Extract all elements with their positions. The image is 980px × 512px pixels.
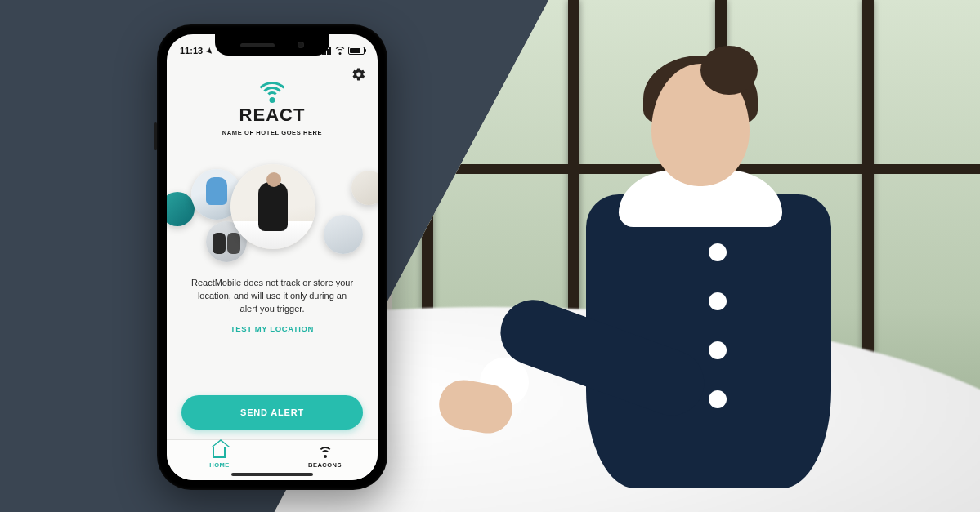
hotel-name-label: NAME OF HOTEL GOES HERE [222, 129, 322, 136]
brand-block: REACT NAME OF HOTEL GOES HERE [167, 82, 378, 136]
image-carousel[interactable] [167, 151, 378, 265]
send-alert-button[interactable]: SEND ALERT [181, 395, 363, 430]
tab-label: HOME [209, 461, 230, 469]
location-services-icon: ➤ [204, 45, 214, 56]
beacons-icon [318, 447, 333, 460]
carousel-thumb[interactable] [351, 171, 378, 205]
location-disclaimer-text: ReactMobile does not track or store your… [188, 277, 356, 316]
app-screen: 11:13 ➤ REACT NAME OF HOTEL GOES HERE [167, 34, 378, 480]
brand-wifi-icon [254, 82, 290, 103]
carousel-thumb[interactable] [167, 192, 195, 226]
phone-notch [215, 34, 329, 56]
tab-home[interactable]: HOME [167, 440, 272, 475]
status-time: 11:13 [180, 46, 203, 56]
tab-beacons[interactable]: BEACONS [272, 440, 378, 475]
battery-icon [348, 47, 365, 55]
home-indicator[interactable] [231, 473, 313, 476]
tab-label: BEACONS [308, 461, 342, 469]
settings-icon[interactable] [351, 67, 366, 82]
carousel-thumb[interactable] [324, 215, 363, 254]
phone-mockup: 11:13 ➤ REACT NAME OF HOTEL GOES HERE [157, 24, 387, 490]
app-header [167, 62, 378, 82]
home-icon [213, 447, 227, 460]
carousel-thumb-active[interactable] [230, 164, 315, 249]
brand-name: REACT [239, 105, 306, 126]
test-my-location-link[interactable]: TEST MY LOCATION [167, 324, 378, 333]
wifi-icon [334, 47, 345, 55]
